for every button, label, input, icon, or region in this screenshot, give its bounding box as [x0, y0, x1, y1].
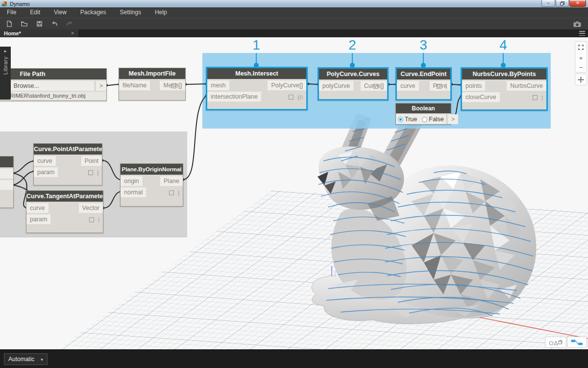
- callout-dot: [501, 63, 506, 68]
- input-port-filename[interactable]: fileName: [119, 80, 150, 90]
- lacing-indicator: |: [445, 83, 447, 89]
- geometry-view-button[interactable]: [545, 337, 566, 348]
- save-button[interactable]: [35, 20, 43, 28]
- node-title[interactable]: Mesh.ImportFile: [119, 68, 185, 79]
- preview-toggle[interactable]: [172, 83, 176, 88]
- radio-false[interactable]: False: [422, 114, 444, 124]
- node-title[interactable]: Plane.ByOriginNormal: [121, 164, 183, 175]
- file-path-value: DYNAMO PRIMER\stanford_bunny_tri.obj: [0, 92, 106, 100]
- input-port-param[interactable]: param: [34, 167, 58, 177]
- node-title[interactable]: NurbsCurve.ByPoints: [462, 69, 546, 79]
- menu-help[interactable]: Help: [148, 7, 174, 18]
- callout-dot: [350, 63, 355, 68]
- node-title[interactable]: Curve.TangentAtParameter: [26, 191, 103, 202]
- close-button[interactable]: ✕: [569, 0, 586, 7]
- zoom-in-button[interactable]: +: [579, 55, 583, 61]
- export-image-button[interactable]: [573, 20, 581, 28]
- pan-icon: [578, 77, 584, 83]
- node-mesh-importfile[interactable]: Mesh.ImportFile fileName Mesh[] |: [119, 68, 186, 101]
- radio-true[interactable]: True: [398, 114, 417, 124]
- tab-bar: Home* ✕: [0, 29, 588, 37]
- callout-number: 1: [249, 37, 263, 53]
- input-port-curve[interactable]: curve: [397, 81, 419, 91]
- input-port-mesh[interactable]: mesh: [207, 80, 229, 90]
- output-port-path[interactable]: >: [96, 81, 106, 91]
- lacing-indicator: |: [178, 190, 180, 196]
- node-partial-offscreen[interactable]: [0, 156, 14, 208]
- output-port-boolean[interactable]: >: [448, 114, 458, 124]
- input-port-curve[interactable]: curve: [34, 156, 56, 166]
- menu-packages[interactable]: Packages: [74, 7, 113, 18]
- preview-toggle[interactable]: [89, 217, 94, 222]
- preview-toggle[interactable]: [88, 170, 93, 175]
- preview-toggle[interactable]: [437, 84, 441, 89]
- new-file-button[interactable]: [5, 20, 13, 28]
- node-title[interactable]: PolyCurve.Curves: [319, 69, 387, 79]
- node-title[interactable]: Mesh.Intersect: [207, 68, 306, 79]
- run-mode-value: Automatic: [8, 356, 34, 363]
- node-mesh-intersect[interactable]: Mesh.Intersect mesh PolyCurve[] intersec…: [206, 67, 308, 110]
- node-plane-byoriginnormal[interactable]: Plane.ByOriginNormal origin Plane normal…: [120, 163, 183, 207]
- graph-view-button[interactable]: [567, 337, 587, 348]
- node-title[interactable]: Boolean: [396, 104, 451, 113]
- preview-toggle[interactable]: [169, 190, 174, 195]
- redo-icon: [66, 20, 74, 27]
- menu-settings[interactable]: Settings: [113, 7, 148, 18]
- callout-line: [503, 53, 504, 64]
- library-expand-icon: ▸: [4, 49, 7, 53]
- zoom-fit-icon: [578, 45, 584, 50]
- graph-view-icon: [571, 340, 583, 345]
- open-file-button[interactable]: [20, 20, 28, 28]
- tab-home[interactable]: Home* ✕: [0, 29, 78, 37]
- node-boolean[interactable]: Boolean True False >: [395, 103, 451, 125]
- input-port-intersectionplane[interactable]: intersectionPlane: [207, 92, 261, 102]
- node-title: [0, 157, 13, 167]
- tab-overflow-menu-icon[interactable]: [579, 31, 585, 36]
- output-port-nurbscurve[interactable]: NurbsCurve: [507, 81, 546, 91]
- output-port-point[interactable]: Point: [81, 156, 102, 166]
- lacing-indicator: |: [97, 170, 99, 176]
- input-port-param[interactable]: param: [26, 214, 50, 224]
- node-title[interactable]: File Path: [0, 69, 106, 79]
- output-port-plane[interactable]: Plane: [160, 176, 183, 186]
- node-curve-tangentatparameter[interactable]: Curve.TangentAtParameter curve Vector pa…: [26, 190, 103, 233]
- output-port[interactable]: [0, 180, 13, 190]
- input-port-origin[interactable]: origin: [121, 176, 143, 186]
- preview-toggle[interactable]: [373, 84, 378, 89]
- browse-button[interactable]: Browse...: [0, 81, 94, 91]
- preview-toggle[interactable]: [533, 95, 538, 100]
- node-file-path[interactable]: File Path Browse... > DYNAMO PRIMER\stan…: [0, 68, 107, 101]
- input-port-normal[interactable]: normal: [121, 187, 146, 197]
- menu-view[interactable]: View: [47, 7, 74, 18]
- node-title[interactable]: Curve.PointAtParameter: [34, 144, 102, 155]
- node-polycurve-curves[interactable]: PolyCurve.Curves polyCurve Curve[] |: [318, 67, 389, 101]
- minimize-button[interactable]: –: [541, 0, 555, 7]
- node-nurbscurve-bypoints[interactable]: NurbsCurve.ByPoints points NurbsCurve cl…: [461, 67, 548, 111]
- node-title[interactable]: Curve.EndPoint: [397, 69, 450, 79]
- node-curve-pointatparameter[interactable]: Curve.PointAtParameter curve Point param…: [33, 143, 102, 185]
- redo-button[interactable]: [66, 20, 74, 28]
- library-panel-tab[interactable]: ▸ Library: [0, 47, 11, 100]
- menu-file[interactable]: File: [0, 7, 23, 18]
- pan-button[interactable]: [575, 74, 587, 85]
- menu-edit[interactable]: Edit: [23, 7, 47, 18]
- input-port-polycurve[interactable]: polyCurve: [319, 81, 353, 91]
- callout-dot: [421, 63, 426, 68]
- output-port[interactable]: [0, 169, 13, 179]
- input-port-curve[interactable]: curve: [26, 203, 49, 213]
- zoom-fit-button[interactable]: [578, 43, 584, 52]
- tab-close-icon[interactable]: ✕: [71, 31, 74, 36]
- maximize-button[interactable]: [556, 0, 569, 7]
- zoom-out-button[interactable]: −: [579, 64, 583, 71]
- new-file-icon: [5, 20, 13, 27]
- undo-button[interactable]: [50, 20, 58, 28]
- input-port-points[interactable]: points: [462, 81, 485, 91]
- lacing-indicator: ||\: [297, 94, 303, 100]
- node-curve-endpoint[interactable]: Curve.EndPoint curve Point |: [395, 67, 452, 101]
- callout-line: [256, 53, 257, 64]
- preview-toggle[interactable]: [289, 95, 294, 100]
- run-mode-dropdown[interactable]: Automatic ▾: [4, 353, 48, 365]
- input-port-closecurve[interactable]: closeCurve: [462, 92, 500, 102]
- output-port-vector[interactable]: Vector: [79, 203, 103, 213]
- output-port-polycurve[interactable]: PolyCurve[]: [268, 80, 306, 90]
